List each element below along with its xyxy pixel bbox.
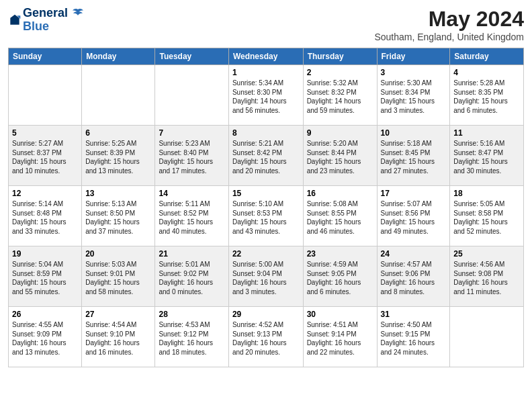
day-number: 12 [12,189,78,198]
calendar-cell: 2Sunrise: 5:32 AMSunset: 8:32 PMDaylight… [303,65,377,126]
day-number: 18 [453,189,520,198]
day-info: Sunrise: 5:28 AMSunset: 8:35 PMDaylight:… [453,79,520,115]
day-number: 21 [159,249,224,259]
day-number: 16 [307,189,373,198]
day-info: Sunrise: 5:01 AMSunset: 9:02 PMDaylight:… [159,260,224,296]
header-wednesday: Wednesday [228,48,303,65]
day-info: Sunrise: 5:20 AMSunset: 8:44 PMDaylight:… [307,139,373,175]
calendar-cell: 23Sunrise: 4:59 AMSunset: 9:05 PMDayligh… [303,246,377,307]
day-number: 25 [453,249,520,259]
day-info: Sunrise: 4:59 AMSunset: 9:05 PMDaylight:… [307,260,373,296]
day-number: 8 [232,128,300,138]
day-number: 9 [307,128,373,138]
day-info: Sunrise: 5:30 AMSunset: 8:34 PMDaylight:… [381,79,447,115]
calendar-cell: 16Sunrise: 5:08 AMSunset: 8:55 PMDayligh… [303,186,377,246]
header-friday: Friday [377,48,450,65]
logo-bird-icon [72,7,84,19]
header-tuesday: Tuesday [155,48,228,65]
day-info: Sunrise: 4:54 AMSunset: 9:10 PMDaylight:… [85,320,151,357]
day-info: Sunrise: 4:50 AMSunset: 9:15 PMDaylight:… [381,320,447,357]
day-info: Sunrise: 5:04 AMSunset: 8:59 PMDaylight:… [12,260,78,296]
calendar-cell: 9Sunrise: 5:20 AMSunset: 8:44 PMDaylight… [303,126,377,186]
day-number: 23 [307,249,373,259]
calendar-cell: 10Sunrise: 5:18 AMSunset: 8:45 PMDayligh… [377,126,450,186]
calendar-cell: 17Sunrise: 5:07 AMSunset: 8:56 PMDayligh… [377,186,450,246]
day-number: 2 [307,68,373,77]
logo-general: General [23,6,68,19]
calendar-cell: 12Sunrise: 5:14 AMSunset: 8:48 PMDayligh… [9,186,82,246]
calendar-cell: 18Sunrise: 5:05 AMSunset: 8:58 PMDayligh… [450,186,524,246]
week-row-2: 5Sunrise: 5:27 AMSunset: 8:37 PMDaylight… [9,126,524,186]
day-number: 15 [232,189,300,198]
day-info: Sunrise: 5:27 AMSunset: 8:37 PMDaylight:… [12,139,78,175]
calendar-cell: 11Sunrise: 5:16 AMSunset: 8:47 PMDayligh… [450,126,524,186]
calendar-cell: 1Sunrise: 5:34 AMSunset: 8:30 PMDaylight… [228,65,303,126]
calendar-cell: 6Sunrise: 5:25 AMSunset: 8:39 PMDaylight… [82,126,155,186]
day-info: Sunrise: 4:51 AMSunset: 9:14 PMDaylight:… [307,320,373,357]
day-number: 19 [12,249,78,259]
calendar-cell [82,65,155,126]
day-number: 28 [159,310,224,319]
header-monday: Monday [82,48,155,65]
logo-icon [8,13,21,27]
logo-blue: Blue [23,20,84,34]
day-info: Sunrise: 5:11 AMSunset: 8:52 PMDaylight:… [159,199,224,236]
calendar-header-row: SundayMondayTuesdayWednesdayThursdayFrid… [9,48,524,65]
day-info: Sunrise: 4:53 AMSunset: 9:12 PMDaylight:… [159,320,224,357]
week-row-4: 19Sunrise: 5:04 AMSunset: 8:59 PMDayligh… [9,246,524,307]
day-number: 31 [381,310,447,319]
day-number: 7 [159,128,224,138]
week-row-3: 12Sunrise: 5:14 AMSunset: 8:48 PMDayligh… [9,186,524,246]
day-number: 6 [85,128,151,138]
logo: General Blue [8,7,84,34]
day-info: Sunrise: 5:25 AMSunset: 8:39 PMDaylight:… [85,139,151,175]
header-thursday: Thursday [303,48,377,65]
day-number: 1 [232,68,300,77]
title-section: May 2024 Southam, England, United Kingdo… [374,7,524,42]
calendar-cell: 25Sunrise: 4:56 AMSunset: 9:08 PMDayligh… [450,246,524,307]
day-info: Sunrise: 4:55 AMSunset: 9:09 PMDaylight:… [12,320,78,357]
day-number: 22 [232,249,300,259]
calendar-cell: 5Sunrise: 5:27 AMSunset: 8:37 PMDaylight… [9,126,82,186]
day-info: Sunrise: 4:52 AMSunset: 9:13 PMDaylight:… [232,320,300,357]
day-info: Sunrise: 5:32 AMSunset: 8:32 PMDaylight:… [307,79,373,115]
day-number: 20 [85,249,151,259]
day-number: 3 [381,68,447,77]
calendar-cell: 29Sunrise: 4:52 AMSunset: 9:13 PMDayligh… [228,307,303,367]
day-number: 5 [12,128,78,138]
calendar-cell: 19Sunrise: 5:04 AMSunset: 8:59 PMDayligh… [9,246,82,307]
calendar-cell: 30Sunrise: 4:51 AMSunset: 9:14 PMDayligh… [303,307,377,367]
calendar-cell: 15Sunrise: 5:10 AMSunset: 8:53 PMDayligh… [228,186,303,246]
calendar-cell: 8Sunrise: 5:21 AMSunset: 8:42 PMDaylight… [228,126,303,186]
day-info: Sunrise: 4:57 AMSunset: 9:06 PMDaylight:… [381,260,447,296]
calendar-cell [155,65,228,126]
header-saturday: Saturday [450,48,524,65]
calendar-cell: 13Sunrise: 5:13 AMSunset: 8:50 PMDayligh… [82,186,155,246]
day-info: Sunrise: 5:13 AMSunset: 8:50 PMDaylight:… [85,199,151,236]
day-number: 26 [12,310,78,319]
calendar-cell: 20Sunrise: 5:03 AMSunset: 9:01 PMDayligh… [82,246,155,307]
calendar-cell: 24Sunrise: 4:57 AMSunset: 9:06 PMDayligh… [377,246,450,307]
day-number: 11 [453,128,520,138]
header-sunday: Sunday [9,48,82,65]
calendar-cell: 21Sunrise: 5:01 AMSunset: 9:02 PMDayligh… [155,246,228,307]
calendar-header: General Blue May 2024 Southam, England, … [8,7,524,42]
day-number: 30 [307,310,373,319]
calendar-cell: 14Sunrise: 5:11 AMSunset: 8:52 PMDayligh… [155,186,228,246]
calendar-cell [450,307,524,367]
day-number: 4 [453,68,520,77]
logo-text: General Blue [23,7,84,34]
day-info: Sunrise: 5:23 AMSunset: 8:40 PMDaylight:… [159,139,224,175]
week-row-5: 26Sunrise: 4:55 AMSunset: 9:09 PMDayligh… [9,307,524,367]
calendar-cell: 3Sunrise: 5:30 AMSunset: 8:34 PMDaylight… [377,65,450,126]
day-number: 10 [381,128,447,138]
day-info: Sunrise: 5:00 AMSunset: 9:04 PMDaylight:… [232,260,300,296]
day-info: Sunrise: 5:05 AMSunset: 8:58 PMDaylight:… [453,199,520,236]
day-info: Sunrise: 5:21 AMSunset: 8:42 PMDaylight:… [232,139,300,175]
day-number: 24 [381,249,447,259]
day-number: 29 [232,310,300,319]
calendar-cell: 7Sunrise: 5:23 AMSunset: 8:40 PMDaylight… [155,126,228,186]
day-info: Sunrise: 5:08 AMSunset: 8:55 PMDaylight:… [307,199,373,236]
day-info: Sunrise: 5:10 AMSunset: 8:53 PMDaylight:… [232,199,300,236]
day-info: Sunrise: 5:07 AMSunset: 8:56 PMDaylight:… [381,199,447,236]
